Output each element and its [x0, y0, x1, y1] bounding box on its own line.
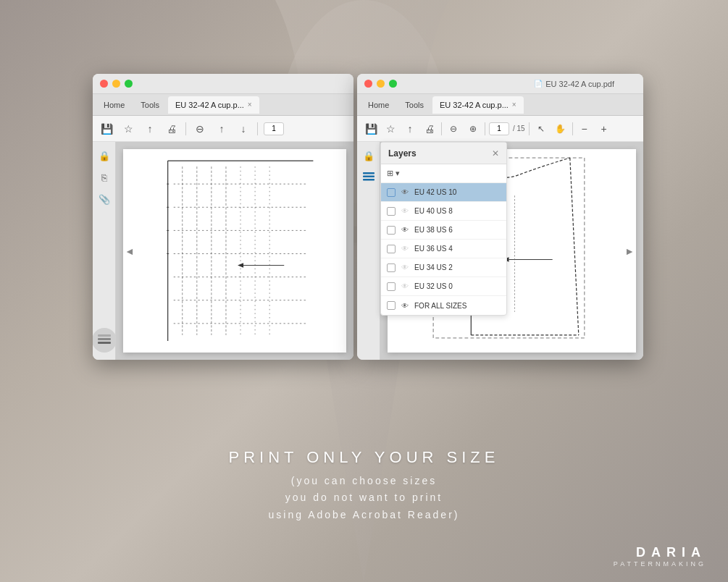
svg-marker-22 — [238, 263, 243, 267]
subtext-line1: (you can choose sizes you do not want to… — [0, 473, 728, 524]
right-zoomin-btn[interactable]: ⊕ — [465, 121, 481, 137]
right-minimize-btn[interactable] — [377, 80, 385, 88]
brand-container: DARIA PATTERNMAKING — [614, 545, 706, 568]
left-tab-file[interactable]: EU 32-42 A cup.p... × — [168, 96, 259, 114]
left-upload-btn[interactable]: ↑ — [142, 121, 158, 137]
layers-header: Layers ✕ — [381, 143, 506, 164]
left-toolbar: 💾 ☆ ↑ 🖨 ⊖ ↑ ↓ — [93, 116, 353, 142]
left-print-btn[interactable]: 🖨 — [164, 121, 180, 137]
pdf-window-left: Home Tools EU 32-42 A cup.p... × 💾 ☆ ↑ 🖨… — [93, 74, 353, 360]
svg-rect-2 — [98, 342, 111, 344]
right-bookmark-btn[interactable]: ☆ — [382, 121, 398, 137]
left-tab-home[interactable]: Home — [96, 96, 132, 114]
layer-item-eu36[interactable]: 👁 EU 36 US 4 — [381, 240, 506, 258]
left-save-btn[interactable]: 💾 — [99, 121, 114, 137]
layer-item-eu40[interactable]: 👁 EU 40 US 8 — [381, 202, 506, 221]
layer-item-all-sizes[interactable]: 👁 FOR ALL SIZES — [381, 296, 506, 315]
svg-rect-3 — [98, 338, 111, 340]
layer-eye-eu40[interactable]: 👁 — [400, 206, 410, 216]
right-upload-btn[interactable]: ↑ — [402, 121, 418, 137]
layer-checkbox-eu36[interactable] — [387, 245, 396, 253]
right-next-arrow[interactable]: ► — [624, 245, 635, 257]
right-tab-home[interactable]: Home — [361, 96, 396, 114]
pdf-window-right: 📄 EU 32-42 A cup.pdf Home Tools EU 32-42… — [357, 74, 643, 360]
layer-name-eu40: EU 40 US 8 — [414, 207, 501, 215]
right-pointer-btn[interactable]: ↖ — [533, 121, 549, 137]
right-layers-icon[interactable] — [362, 171, 375, 184]
right-plus-btn[interactable]: + — [596, 121, 612, 137]
left-page-input[interactable] — [264, 122, 284, 135]
left-zoomout-btn[interactable]: ⊖ — [192, 121, 208, 137]
right-page-total: / 15 — [513, 125, 525, 132]
right-sep1 — [441, 122, 442, 135]
layers-panel: Layers ✕ ⊞ ▾ 👁 EU 42 US 10 👁 EU 40 US 8 … — [380, 142, 507, 316]
layers-close-btn[interactable]: ✕ — [492, 148, 499, 159]
right-titlebar: 📄 EU 32-42 A cup.pdf — [357, 74, 643, 94]
bottom-text-container: PRINT ONLY YOUR SIZE (you can choose siz… — [0, 448, 728, 524]
right-close-btn[interactable] — [364, 80, 372, 88]
layer-name-eu38: EU 38 US 6 — [414, 226, 501, 234]
right-hand-btn[interactable]: ✋ — [553, 121, 569, 137]
left-minimize-btn[interactable] — [112, 80, 120, 88]
layers-menu-btn[interactable]: ⊞ ▾ — [387, 169, 400, 178]
left-fullscreen-btn[interactable] — [125, 80, 133, 88]
layer-name-eu32: EU 32 US 0 — [414, 282, 501, 290]
left-pdf-sidebar: 🔒 ⎘ 📎 — [93, 142, 116, 360]
right-print-btn[interactable]: 🖨 — [422, 121, 438, 137]
left-bookmark-btn[interactable]: ☆ — [120, 121, 136, 137]
left-titlebar — [93, 74, 353, 94]
layer-checkbox-eu42[interactable] — [387, 188, 396, 197]
layer-checkbox-eu32[interactable] — [387, 282, 396, 291]
left-tab-bar: Home Tools EU 32-42 A cup.p... × — [93, 94, 353, 116]
layer-item-eu34[interactable]: 👁 EU 34 US 2 — [381, 258, 506, 277]
right-sep2 — [485, 122, 485, 135]
layer-item-eu42[interactable]: 👁 EU 42 US 10 — [381, 183, 506, 202]
left-pattern-svg — [123, 149, 346, 353]
left-close-btn[interactable] — [100, 80, 108, 88]
left-layers-btn[interactable] — [93, 328, 117, 353]
layer-item-eu32[interactable]: 👁 EU 32 US 0 — [381, 277, 506, 296]
layer-item-eu38[interactable]: 👁 EU 38 US 6 — [381, 221, 506, 240]
right-tab-tools[interactable]: Tools — [398, 96, 431, 114]
layer-name-all: FOR ALL SIZES — [414, 302, 501, 310]
svg-rect-27 — [363, 179, 375, 181]
right-toolbar: 💾 ☆ ↑ 🖨 ⊖ ⊕ / 15 ↖ ✋ − + — [357, 116, 643, 142]
right-tab-close[interactable]: × — [512, 101, 516, 109]
right-save-btn[interactable]: 💾 — [363, 121, 379, 137]
right-lock-icon[interactable]: 🔒 — [362, 149, 375, 162]
left-prev-arrow[interactable]: ◄ — [125, 245, 135, 257]
left-toolbar-sep2 — [257, 122, 258, 135]
right-fullscreen-btn[interactable] — [389, 80, 397, 88]
right-tab-file[interactable]: EU 32-42 A cup.p... × — [432, 96, 524, 114]
right-pdf-sidebar: 🔒 — [357, 142, 380, 360]
left-pdf-page: ◄ — [123, 149, 346, 353]
layer-eye-all[interactable]: 👁 — [400, 300, 410, 311]
layer-eye-eu34[interactable]: 👁 — [400, 263, 410, 273]
layer-eye-eu38[interactable]: 👁 — [400, 225, 410, 235]
layers-grid-icon: ⊞ — [387, 169, 393, 178]
right-page-input[interactable] — [489, 122, 509, 135]
layer-name-eu34: EU 34 US 2 — [414, 263, 501, 271]
layer-eye-eu32[interactable]: 👁 — [400, 282, 410, 292]
layer-checkbox-eu40[interactable] — [387, 207, 396, 216]
right-sep3 — [529, 122, 530, 135]
svg-line-31 — [570, 158, 579, 335]
layer-checkbox-eu34[interactable] — [387, 263, 396, 272]
left-download-btn[interactable]: ↓ — [235, 121, 251, 137]
layer-eye-eu42[interactable]: 👁 — [400, 187, 410, 198]
left-copy-icon[interactable]: ⎘ — [98, 171, 111, 184]
right-zoomout-btn[interactable]: ⊖ — [445, 121, 461, 137]
left-attachment-icon[interactable]: 📎 — [98, 193, 111, 206]
left-tab-tools[interactable]: Tools — [133, 96, 167, 114]
left-upload2-btn[interactable]: ↑ — [214, 121, 230, 137]
layer-checkbox-all[interactable] — [387, 301, 396, 310]
left-toolbar-sep1 — [185, 122, 186, 135]
layer-eye-eu36[interactable]: 👁 — [400, 244, 410, 254]
right-sep4 — [572, 122, 573, 135]
left-lock-icon[interactable]: 🔒 — [98, 149, 111, 162]
svg-rect-4 — [98, 334, 111, 337]
main-headline: PRINT ONLY YOUR SIZE — [0, 448, 728, 467]
layer-checkbox-eu38[interactable] — [387, 226, 396, 235]
left-tab-close[interactable]: × — [248, 101, 252, 109]
right-minus-btn[interactable]: − — [577, 121, 593, 137]
